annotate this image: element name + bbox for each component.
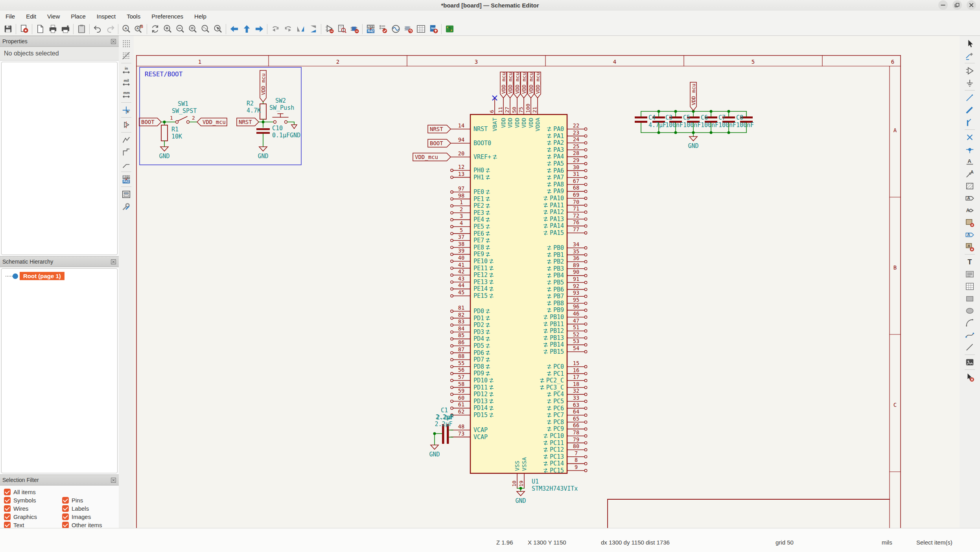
rule-area-button[interactable] [963, 180, 976, 192]
maximize-button[interactable] [952, 0, 962, 10]
line-button[interactable] [963, 341, 976, 353]
symbol-fields-table-button[interactable] [414, 23, 427, 35]
sheet-pin-import-button[interactable]: A [963, 229, 976, 241]
wire-free-button[interactable] [120, 134, 133, 146]
save-button[interactable] [2, 23, 14, 35]
text-button[interactable]: T [963, 256, 976, 268]
draw-bus-button[interactable] [963, 104, 976, 116]
plot-button[interactable] [59, 23, 72, 35]
checkbox-wires[interactable] [4, 505, 11, 512]
wire-45-button[interactable] [120, 158, 133, 170]
refresh-button[interactable] [149, 23, 161, 35]
image-button[interactable] [963, 356, 976, 368]
checkbox-all-items[interactable] [4, 489, 11, 495]
hierarchy-root-label[interactable]: Root (page 1) [20, 272, 64, 280]
hier-label-button[interactable]: A [963, 204, 976, 216]
find-replace-button[interactable]: AB [133, 23, 145, 35]
hidden-pins-button[interactable] [120, 119, 133, 131]
sheet-pin-button[interactable]: A [963, 241, 976, 253]
status-grid[interactable]: grid 50 [776, 539, 794, 546]
export-bom-button[interactable]: .bom [427, 23, 440, 35]
open-pcb-button[interactable] [443, 23, 456, 35]
checkbox-images[interactable] [62, 513, 69, 520]
zoom-in-button[interactable] [161, 23, 174, 35]
units-mm-button[interactable]: mm [120, 89, 133, 101]
units-in-button[interactable]: in [120, 65, 133, 77]
panel-close-icon[interactable] [111, 39, 116, 44]
junction-button[interactable] [963, 143, 976, 155]
no-connect-button[interactable] [963, 131, 976, 143]
edit-symbol-button[interactable] [323, 23, 335, 35]
textbox-button[interactable] [963, 268, 976, 280]
panel-close-icon[interactable] [111, 477, 116, 483]
menu-preferences[interactable]: Preferences [146, 11, 189, 22]
print-button[interactable] [46, 23, 59, 35]
nav-up-button[interactable] [240, 23, 253, 35]
annotate-auto-button[interactable]: R??R42 [120, 173, 133, 185]
bezier-button[interactable] [963, 329, 976, 341]
checkbox-text[interactable] [4, 522, 11, 528]
menu-edit[interactable]: Edit [20, 11, 42, 22]
hierarchy-nav-button[interactable] [120, 188, 133, 200]
mirror-v-button[interactable] [294, 23, 307, 35]
rotate-cw-button[interactable] [282, 23, 294, 35]
menu-help[interactable]: Help [189, 11, 212, 22]
zoom-selection-button[interactable] [212, 23, 224, 35]
checkbox-labels[interactable] [62, 505, 69, 512]
netclass-directive-button[interactable]: A [963, 168, 976, 180]
rectangle-button[interactable] [963, 292, 976, 305]
global-label-button[interactable]: A [963, 192, 976, 204]
place-power-button[interactable] [963, 77, 976, 89]
annotate-button[interactable]: R??R42 [364, 23, 377, 35]
hier-sheet-button[interactable] [963, 216, 976, 229]
grid-override-button[interactable] [120, 50, 133, 62]
cursor-button[interactable] [120, 104, 133, 116]
units-mil-button[interactable]: mil [120, 77, 133, 89]
paste-button[interactable] [75, 23, 88, 35]
nav-forward-button[interactable] [253, 23, 265, 35]
ellipse-button[interactable] [963, 305, 976, 317]
close-button[interactable] [967, 0, 976, 10]
grid-button[interactable] [120, 37, 133, 50]
zoom-page-button[interactable] [186, 23, 199, 35]
edit-footprint-button[interactable] [348, 23, 361, 35]
find-button[interactable]: A [120, 23, 133, 35]
mirror-h-button[interactable] [307, 23, 319, 35]
panel-close-icon[interactable] [111, 259, 116, 265]
zoom-objects-button[interactable] [199, 23, 212, 35]
hierarchy-root-item[interactable]: Root (page 1) [2, 272, 117, 280]
bus-entry-button[interactable] [963, 116, 976, 128]
menu-file[interactable]: File [0, 11, 20, 22]
properties-manager-button[interactable] [120, 200, 133, 212]
wire-hv-button[interactable] [120, 146, 133, 158]
minimize-button[interactable] [938, 0, 948, 10]
checkbox-symbols[interactable] [4, 497, 11, 504]
place-symbol-button[interactable] [963, 65, 976, 77]
arc-button[interactable] [963, 317, 976, 329]
redo-button[interactable] [104, 23, 116, 35]
schematic-sheet[interactable]: 123456ABCRESET/BOOTBOOTR110KGND12SW1SW_S… [134, 36, 960, 528]
browse-symbols-button[interactable] [335, 23, 348, 35]
status-units[interactable]: mils [882, 539, 892, 546]
checkbox-other-items[interactable] [62, 522, 69, 528]
nav-back-button[interactable] [228, 23, 240, 35]
checkbox-pins[interactable] [62, 497, 69, 504]
zoom-out-button[interactable] [174, 23, 186, 35]
schematic-canvas[interactable]: 123456ABCRESET/BOOTBOOTR110KGND12SW1SW_S… [134, 36, 960, 528]
delete-button[interactable] [963, 371, 976, 383]
draw-wire-button[interactable] [963, 92, 976, 104]
undo-button[interactable] [91, 23, 104, 35]
menu-inspect[interactable]: Inspect [91, 11, 121, 22]
menu-tools[interactable]: Tools [121, 11, 146, 22]
rotate-ccw-button[interactable] [269, 23, 282, 35]
assign-footprints-button[interactable] [402, 23, 414, 35]
menu-view[interactable]: View [42, 11, 65, 22]
erc-button[interactable] [377, 23, 389, 35]
checkbox-graphics[interactable] [4, 513, 11, 520]
select-button[interactable] [963, 37, 976, 50]
table-button[interactable] [963, 280, 976, 292]
net-label-button[interactable]: A [963, 155, 976, 168]
menu-place[interactable]: Place [65, 11, 91, 22]
simulator-button[interactable] [389, 23, 402, 35]
schematic-setup-button[interactable] [18, 23, 30, 35]
